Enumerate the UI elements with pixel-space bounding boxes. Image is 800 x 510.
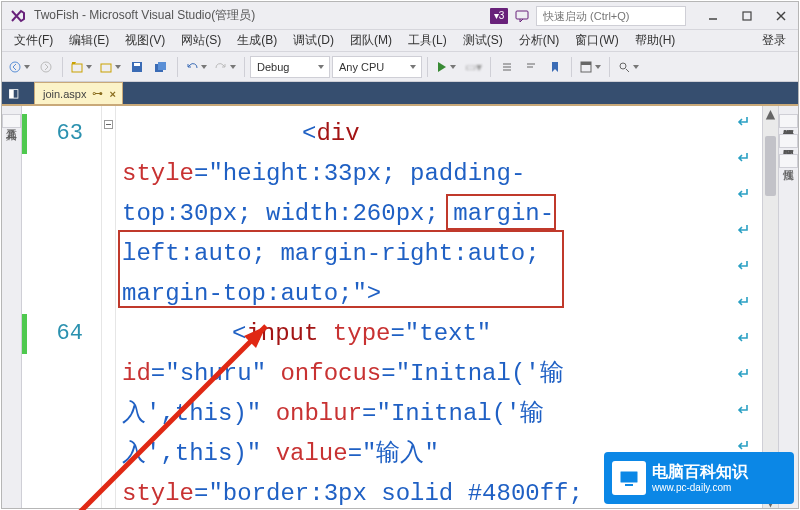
scroll-thumb[interactable]	[765, 136, 776, 196]
configuration-combo[interactable]: Debug	[250, 56, 330, 78]
wrap-arrow-icon	[736, 258, 750, 272]
comment-button[interactable]	[496, 56, 518, 78]
code-line[interactable]: style="height:33px; padding-	[122, 154, 756, 194]
wrap-arrow-icon	[736, 366, 750, 380]
svg-rect-8	[101, 64, 111, 72]
notification-flag[interactable]: ▾3	[490, 8, 508, 24]
undo-button[interactable]	[183, 56, 210, 78]
bookmark-button[interactable]	[544, 56, 566, 78]
menu-website[interactable]: 网站(S)	[173, 32, 229, 49]
nav-back-button[interactable]	[6, 56, 33, 78]
svg-rect-2	[743, 12, 751, 20]
browser-select-button[interactable]: ▭▾	[462, 56, 485, 78]
menu-edit[interactable]: 编辑(E)	[61, 32, 117, 49]
document-tab[interactable]: join.aspx ⊶ ×	[34, 82, 123, 104]
nav-forward-button[interactable]	[35, 56, 57, 78]
svg-line-22	[626, 69, 629, 72]
redo-button[interactable]	[212, 56, 239, 78]
menu-login[interactable]: 登录	[754, 32, 794, 49]
scroll-up-icon[interactable]: ▴	[763, 106, 778, 120]
properties-tab[interactable]: 属性	[779, 154, 798, 168]
left-side-panel: 工具箱	[2, 106, 22, 508]
app-window: TwoFish - Microsoft Visual Studio(管理员) ▾…	[1, 1, 799, 509]
tool-bar: Debug Any CPU ▭▾	[2, 52, 798, 82]
tab-close-icon[interactable]: ×	[109, 88, 115, 100]
svg-rect-27	[625, 484, 633, 486]
menu-debug[interactable]: 调试(D)	[285, 32, 342, 49]
svg-rect-20	[581, 62, 591, 65]
new-project-button[interactable]	[68, 56, 95, 78]
solution-explorer-tab[interactable]: 解决方案资源管理器	[779, 114, 798, 128]
svg-point-21	[620, 63, 626, 69]
wrap-indicators	[736, 114, 754, 498]
open-file-button[interactable]	[97, 56, 124, 78]
menu-bar: 文件(F) 编辑(E) 视图(V) 网站(S) 生成(B) 调试(D) 团队(M…	[2, 30, 798, 52]
svg-rect-25	[620, 471, 638, 483]
code-line[interactable]: margin-top:auto;">	[122, 274, 756, 314]
tab-list-icon[interactable]: ◧	[8, 86, 19, 100]
menu-test[interactable]: 测试(S)	[455, 32, 511, 49]
maximize-button[interactable]	[730, 5, 764, 27]
menu-view[interactable]: 视图(V)	[117, 32, 173, 49]
watermark-url: www.pc-daily.com	[652, 482, 748, 494]
svg-marker-13	[438, 62, 446, 72]
wrap-arrow-icon	[736, 330, 750, 344]
svg-rect-10	[134, 63, 140, 66]
watermark-title: 电脑百科知识	[652, 462, 748, 481]
code-editor[interactable]: 63 64 <div style="height:33px; padding- …	[22, 106, 778, 508]
uncomment-button[interactable]	[520, 56, 542, 78]
svg-rect-0	[516, 11, 528, 19]
pin-icon[interactable]: ⊶	[92, 87, 103, 100]
line-number: 63	[22, 114, 95, 154]
close-button[interactable]	[764, 5, 798, 27]
vertical-scrollbar[interactable]: ▴ ▾	[762, 106, 778, 508]
code-line[interactable]: top:30px; width:260px; margin-	[122, 194, 756, 234]
wrap-arrow-icon	[736, 222, 750, 236]
svg-point-5	[10, 62, 20, 72]
find-button[interactable]	[615, 56, 642, 78]
wrap-arrow-icon	[736, 438, 750, 452]
code-line[interactable]: 入',this)" onblur="Initnal('输	[122, 394, 756, 434]
code-line[interactable]: <div	[122, 114, 756, 154]
title-bar: TwoFish - Microsoft Visual Studio(管理员) ▾…	[2, 2, 798, 30]
svg-rect-7	[72, 64, 82, 72]
line-number-gutter: 63 64	[22, 106, 102, 508]
wrap-arrow-icon	[736, 294, 750, 308]
tab-label: join.aspx	[43, 88, 86, 100]
code-content[interactable]: <div style="height:33px; padding- top:30…	[116, 106, 762, 508]
vs-logo-icon	[8, 6, 28, 26]
team-explorer-tab[interactable]: 团队资源管理器	[779, 134, 798, 148]
wrap-arrow-icon	[736, 402, 750, 416]
watermark-badge: 电脑百科知识 www.pc-daily.com	[604, 452, 794, 504]
fold-gutter[interactable]	[102, 106, 116, 508]
save-all-button[interactable]	[150, 56, 172, 78]
menu-analyze[interactable]: 分析(N)	[511, 32, 568, 49]
wrap-arrow-icon	[736, 150, 750, 164]
feedback-icon[interactable]	[514, 8, 530, 24]
svg-point-6	[41, 62, 51, 72]
code-line[interactable]: <input type="text"	[122, 314, 756, 354]
menu-build[interactable]: 生成(B)	[229, 32, 285, 49]
platform-combo[interactable]: Any CPU	[332, 56, 422, 78]
watermark-icon	[612, 461, 646, 495]
document-tab-row: ◧ join.aspx ⊶ ×	[2, 82, 798, 106]
editor-area: 工具箱 63 64 <div style="height:33px; paddi…	[2, 106, 798, 508]
menu-team[interactable]: 团队(M)	[342, 32, 400, 49]
toolbox-tab[interactable]: 工具箱	[2, 114, 21, 128]
code-line[interactable]: left:auto; margin-right:auto;	[122, 234, 756, 274]
menu-window[interactable]: 窗口(W)	[567, 32, 626, 49]
wrap-arrow-icon	[736, 114, 750, 128]
start-debug-button[interactable]	[433, 56, 460, 78]
save-button[interactable]	[126, 56, 148, 78]
quick-launch-input[interactable]	[536, 6, 686, 26]
target-browser-button[interactable]	[577, 56, 604, 78]
menu-help[interactable]: 帮助(H)	[627, 32, 684, 49]
fold-toggle-icon[interactable]	[104, 120, 113, 129]
wrap-arrow-icon	[736, 186, 750, 200]
menu-file[interactable]: 文件(F)	[6, 32, 61, 49]
right-side-panel: 解决方案资源管理器 团队资源管理器 属性	[778, 106, 798, 508]
minimize-button[interactable]	[696, 5, 730, 27]
window-title: TwoFish - Microsoft Visual Studio(管理员)	[34, 7, 255, 24]
menu-tools[interactable]: 工具(L)	[400, 32, 455, 49]
code-line[interactable]: id="shuru" onfocus="Initnal('输	[122, 354, 756, 394]
